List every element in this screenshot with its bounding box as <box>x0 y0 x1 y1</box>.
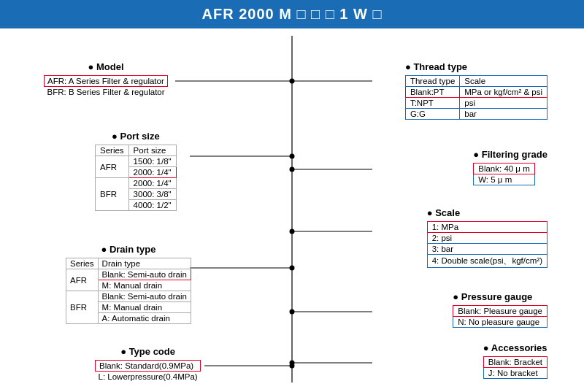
accessories-table: Blank: Bracket J: No bracket <box>483 356 548 379</box>
drain-section: ● Drain type Series Drain type AFR Blank… <box>66 244 191 324</box>
port-col-series: Series <box>96 145 129 156</box>
typecode-blank: Blank: Standard(0.9MPa) <box>96 361 201 372</box>
accessories-j: J: No bracket <box>483 368 547 379</box>
scale-title: ● Scale <box>427 207 548 218</box>
scale-2: 2: psi <box>427 233 547 244</box>
drain-col-type: Drain type <box>98 258 191 269</box>
typecode-l: L: Lowerpressure(0.4MPa) <box>96 372 201 383</box>
typecode-bullet: ● <box>120 346 126 357</box>
accessories-section: ● Accessories Blank: Bracket J: No brack… <box>483 342 548 379</box>
thread-g: G:G <box>405 109 459 120</box>
drain-bfr-blank: Blank: Semi-auto drain <box>98 291 191 302</box>
scale-table: 1: MPa 2: psi 3: bar 4: Double scale(psi… <box>427 221 548 268</box>
svg-point-14 <box>290 229 295 234</box>
drain-col-series: Series <box>66 258 99 269</box>
svg-point-18 <box>290 361 295 366</box>
model-title: ● Model <box>44 61 168 72</box>
thread-blank-pt: Blank:PT <box>405 87 459 98</box>
svg-point-16 <box>290 310 295 315</box>
port-bfr-4000: 4000: 1/2" <box>128 200 176 211</box>
port-afr-1500: 1500: 1/8" <box>128 156 176 167</box>
filter-table: Blank: 40 μ m W: 5 μ m <box>473 163 535 185</box>
model-section: ● Model AFR: A Series Filter & regulator… <box>44 61 168 97</box>
model-item-2: BFR: B Series Filter & regulator <box>45 87 168 98</box>
thread-bullet: ● <box>405 61 411 72</box>
port-section: ● Port size Series Port size AFR 1500: 1… <box>95 131 177 211</box>
scale-3: 3: bar <box>427 244 547 255</box>
filter-bullet: ● <box>473 149 479 160</box>
port-afr-2000: 2000: 1/4" <box>128 167 176 178</box>
port-table: Series Port size AFR 1500: 1/8" 2000: 1/… <box>95 145 177 211</box>
thread-header-scale: Scale <box>460 76 548 87</box>
typecode-section: ● Type code Blank: Standard(0.9MPa) L: L… <box>95 346 201 382</box>
filter-w: W: 5 μ m <box>474 174 535 185</box>
port-bfr-3000: 3000: 3/8" <box>128 189 176 200</box>
drain-bfr-a: A: Automatic drain <box>98 313 191 324</box>
content-area: ● Model AFR: A Series Filter & regulator… <box>0 28 584 388</box>
pressure-section: ● Pressure gauge Blank: Pleasure gauge N… <box>453 291 548 328</box>
drain-bfr-label: BFR <box>66 291 99 324</box>
pressure-table: Blank: Pleasure gauge N: No pleasure gau… <box>453 305 548 328</box>
svg-point-2 <box>290 79 295 84</box>
model-table: AFR: A Series Filter & regulator BFR: B … <box>44 75 168 97</box>
model-item-1: AFR: A Series Filter & regulator <box>45 76 168 87</box>
accessories-bullet: ● <box>483 342 489 353</box>
drain-afr-m: M: Manual drain <box>98 280 191 291</box>
filter-blank: Blank: 40 μ m <box>474 164 535 174</box>
port-bfr-2000: 2000: 1/4" <box>128 178 176 189</box>
filter-title: ● Filtering grade <box>473 149 548 160</box>
thread-npt-scale: psi <box>460 98 548 109</box>
thread-table: Thread type Scale Blank:PT MPa or kgf/cm… <box>405 75 548 120</box>
typecode-table: Blank: Standard(0.9MPa) L: Lowerpressure… <box>95 360 201 382</box>
port-title: ● Port size <box>95 131 177 142</box>
port-bullet: ● <box>112 131 118 142</box>
port-bfr-label: BFR <box>96 178 129 211</box>
page-header: AFR 2000 M □ □ □ 1 W □ <box>0 0 584 28</box>
model-bullet: ● <box>88 61 94 72</box>
thread-npt: T:NPT <box>405 98 459 109</box>
scale-1: 1: MPa <box>427 222 547 233</box>
drain-title: ● Drain type <box>66 244 191 255</box>
svg-point-4 <box>290 154 295 159</box>
port-col-size: Port size <box>128 145 176 156</box>
svg-point-12 <box>290 167 295 172</box>
thread-blank-pt-scale: MPa or kgf/cm² & psi <box>460 87 548 98</box>
header-title: AFR 2000 M □ □ □ 1 W □ <box>201 6 382 22</box>
port-afr-label: AFR <box>96 156 129 178</box>
pressure-bullet: ● <box>453 291 458 302</box>
accessories-title: ● Accessories <box>483 342 548 353</box>
drain-table: Series Drain type AFR Blank: Semi-auto d… <box>66 258 191 324</box>
pressure-title: ● Pressure gauge <box>453 291 548 302</box>
pressure-blank: Blank: Pleasure gauge <box>453 306 548 317</box>
scale-4: 4: Double scale(psi、kgf/cm²) <box>427 255 547 268</box>
drain-afr-label: AFR <box>66 269 99 291</box>
scale-bullet: ● <box>427 207 433 218</box>
svg-point-8 <box>290 364 295 369</box>
drain-bullet: ● <box>101 244 107 255</box>
svg-point-6 <box>290 266 295 271</box>
thread-header-type: Thread type <box>405 76 459 87</box>
scale-section: ● Scale 1: MPa 2: psi 3: bar 4: Double s… <box>427 207 548 268</box>
accessories-blank: Blank: Bracket <box>483 357 547 368</box>
drain-afr-blank: Blank: Semi-auto drain <box>98 269 191 280</box>
pressure-n: N: No pleasure gauge <box>453 317 548 328</box>
thread-title: ● Thread type <box>405 61 548 72</box>
typecode-title: ● Type code <box>95 346 201 357</box>
filter-section: ● Filtering grade Blank: 40 μ m W: 5 μ m <box>473 149 548 185</box>
drain-bfr-m: M: Manual drain <box>98 302 191 313</box>
thread-section: ● Thread type Thread type Scale Blank:PT… <box>405 61 548 120</box>
thread-g-scale: bar <box>460 109 548 120</box>
